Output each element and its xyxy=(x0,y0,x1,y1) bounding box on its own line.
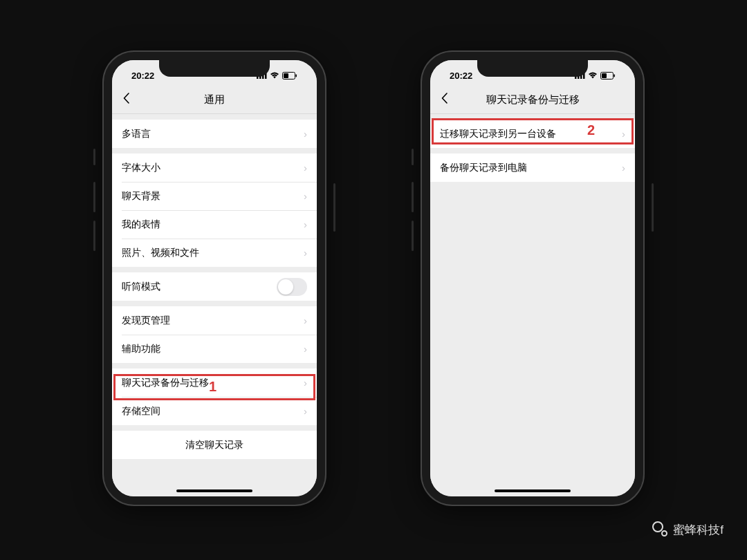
wifi-icon xyxy=(270,72,279,79)
chevron-right-icon: › xyxy=(622,128,625,140)
chevron-right-icon: › xyxy=(304,405,307,417)
row-photos-videos-files[interactable]: 照片、视频和文件 › xyxy=(112,239,317,267)
status-time: 20:22 xyxy=(444,71,472,81)
row-label: 听筒模式 xyxy=(122,281,160,293)
highlight-label: 2 xyxy=(587,122,595,138)
row-label: 多语言 xyxy=(122,128,151,140)
row-label: 字体大小 xyxy=(122,162,160,174)
row-label: 聊天背景 xyxy=(122,190,160,203)
toggle-switch[interactable] xyxy=(277,278,307,296)
highlight-label: 1 xyxy=(209,379,216,395)
home-indicator[interactable] xyxy=(495,489,571,492)
svg-rect-5 xyxy=(284,73,288,78)
svg-rect-13 xyxy=(614,74,616,77)
chevron-right-icon: › xyxy=(304,377,307,389)
phone-frame-left: 20:22 通用 xyxy=(104,52,325,505)
row-label: 我的表情 xyxy=(122,218,160,231)
settings-content: 多语言 › 字体大小 › 聊天背景 › 我的表情 › 照片、视频和文件 xyxy=(112,114,317,496)
row-backup-to-computer[interactable]: 备份聊天记录到电脑 › xyxy=(430,153,635,182)
row-earpiece-mode[interactable]: 听筒模式 xyxy=(112,272,317,301)
chevron-right-icon: › xyxy=(304,128,307,140)
row-font-size[interactable]: 字体大小 › xyxy=(112,153,317,182)
nav-bar: 通用 xyxy=(112,86,317,114)
phone-frame-right: 20:22 聊天记录备份与迁移 xyxy=(422,52,643,505)
svg-rect-6 xyxy=(296,74,297,77)
phone-notch xyxy=(159,60,270,77)
home-indicator[interactable] xyxy=(176,489,252,492)
chevron-right-icon: › xyxy=(304,315,307,326)
nav-bar: 聊天记录备份与迁移 xyxy=(430,86,635,114)
row-my-stickers[interactable]: 我的表情 › xyxy=(112,210,317,239)
row-migrate-to-device[interactable]: 迁移聊天记录到另一台设备 › xyxy=(430,120,635,148)
row-discover-page[interactable]: 发现页管理 › xyxy=(112,306,317,335)
battery-icon xyxy=(282,72,297,80)
svg-rect-12 xyxy=(602,73,607,78)
watermark-text: 蜜蜂科技f xyxy=(673,522,723,538)
svg-rect-0 xyxy=(257,77,259,79)
row-label: 迁移聊天记录到另一台设备 xyxy=(440,128,556,140)
row-label: 照片、视频和文件 xyxy=(122,247,199,259)
backup-content: 迁移聊天记录到另一台设备 › 备份聊天记录到电脑 › xyxy=(430,114,635,496)
back-button[interactable] xyxy=(119,88,134,111)
svg-rect-7 xyxy=(575,77,577,79)
chevron-right-icon: › xyxy=(304,343,307,355)
watermark: 蜜蜂科技f xyxy=(651,521,723,538)
back-button[interactable] xyxy=(437,88,452,111)
wechat-logo-icon xyxy=(651,521,667,538)
phone-notch xyxy=(477,60,588,77)
row-label: 发现页管理 xyxy=(122,315,170,327)
row-label: 聊天记录备份与迁移 xyxy=(122,377,209,389)
battery-icon xyxy=(600,72,616,80)
row-label: 清空聊天记录 xyxy=(185,439,243,451)
nav-title: 聊天记录备份与迁移 xyxy=(486,93,580,106)
row-label: 备份聊天记录到电脑 xyxy=(440,162,527,174)
chevron-right-icon: › xyxy=(304,218,307,230)
chevron-right-icon: › xyxy=(622,162,625,174)
row-storage[interactable]: 存储空间 › xyxy=(112,397,317,425)
row-label: 辅助功能 xyxy=(122,343,160,355)
chevron-right-icon: › xyxy=(304,247,307,259)
row-label: 存储空间 xyxy=(122,405,160,418)
nav-title: 通用 xyxy=(204,93,225,106)
row-accessibility[interactable]: 辅助功能 › xyxy=(112,335,317,363)
chevron-right-icon: › xyxy=(304,162,307,174)
row-clear-chat-history[interactable]: 清空聊天记录 xyxy=(112,431,317,459)
row-chat-background[interactable]: 聊天背景 › xyxy=(112,182,317,210)
row-multi-language[interactable]: 多语言 › xyxy=(112,120,317,148)
status-time: 20:22 xyxy=(126,71,154,81)
wifi-icon xyxy=(588,72,598,79)
chevron-right-icon: › xyxy=(304,190,307,202)
